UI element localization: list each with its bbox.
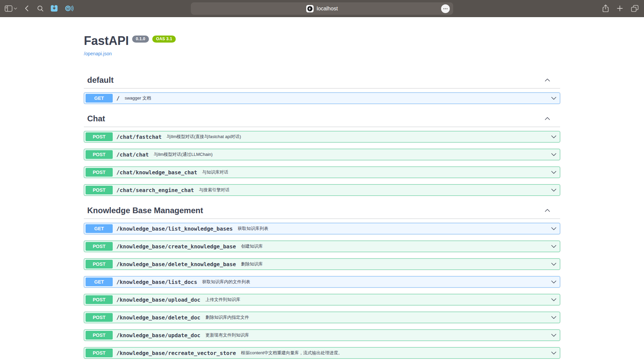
operation-path: /knowledge_base/upload_doc: [116, 297, 200, 303]
opblock-row[interactable]: POST/chat/knowledge_base_chat与知识库对话: [84, 167, 560, 178]
collapse-section-chevron-up-icon[interactable]: [545, 209, 550, 212]
page-settings-ellipsis-button[interactable]: [441, 4, 450, 13]
expand-operation-chevron-down-icon[interactable]: [551, 97, 556, 100]
star-broadcast-extension-icon[interactable]: [65, 5, 73, 12]
swagger-page: FastAPI 0.1.0 OAS 3.1 /openapi.json defa…: [0, 17, 644, 362]
operation-path: /chat/search_engine_chat: [116, 187, 194, 193]
swagger-wrapper: FastAPI 0.1.0 OAS 3.1 /openapi.json defa…: [77, 17, 567, 359]
toolbar-left-group: [5, 0, 73, 17]
operation-description: 根据content中文档重建向量库，流式输出处理进度。: [241, 350, 342, 356]
api-tag-section: Chat POST/chat/fastchat与llm模型对话(直接与fastc…: [84, 110, 560, 196]
method-badge: POST: [86, 260, 113, 268]
method-badge: POST: [86, 186, 113, 194]
operation-description: 与知识库对话: [202, 169, 228, 175]
operation-description: swagger 文档: [125, 95, 151, 101]
method-badge: POST: [86, 331, 113, 340]
operation-path: /knowledge_base/update_doc: [116, 332, 200, 339]
operation-path: /knowledge_base/list_knowledge_bases: [116, 226, 233, 232]
sidebar-chevron-down-icon[interactable]: [14, 7, 17, 10]
collapse-section-chevron-up-icon[interactable]: [545, 78, 550, 81]
method-badge: POST: [86, 295, 113, 304]
operations-list: GET/swagger 文档: [84, 88, 560, 104]
method-badge: POST: [86, 132, 113, 141]
operation-path: /knowledge_base/create_knowledge_base: [116, 243, 236, 250]
api-info-block: FastAPI 0.1.0 OAS 3.1 /openapi.json: [84, 17, 560, 57]
operation-description: 与llm模型对话(通过LLMChain): [154, 152, 213, 158]
operation-path: /knowledge_base/list_docs: [116, 279, 197, 285]
collapse-section-chevron-up-icon[interactable]: [545, 117, 550, 120]
expand-operation-chevron-down-icon[interactable]: [551, 298, 556, 301]
method-badge: POST: [86, 168, 113, 177]
opblock-row[interactable]: GET/knowledge_base/list_knowledge_bases获…: [84, 223, 560, 234]
expand-operation-chevron-down-icon[interactable]: [551, 352, 556, 355]
api-tag-section: default GET/swagger 文档: [84, 72, 560, 104]
api-sections: default GET/swagger 文档 Chat POST/chat/fa…: [84, 72, 560, 359]
operation-description: 更新现有文件到知识库: [205, 332, 249, 338]
method-badge: GET: [86, 94, 113, 103]
expand-operation-chevron-down-icon[interactable]: [551, 135, 556, 138]
browser-window: localhost: [0, 0, 644, 362]
tag-header[interactable]: default: [84, 72, 560, 88]
opblock-row[interactable]: POST/chat/chat与llm模型对话(通过LLMChain): [84, 149, 560, 160]
tag-title: default: [87, 75, 114, 85]
opblock-row[interactable]: POST/knowledge_base/recreate_vector_stor…: [84, 347, 560, 359]
back-icon[interactable]: [25, 5, 29, 11]
address-bar[interactable]: localhost: [191, 2, 453, 15]
operations-list: GET/knowledge_base/list_knowledge_bases获…: [84, 219, 560, 359]
tag-header[interactable]: Chat: [84, 110, 560, 127]
method-badge: POST: [86, 242, 113, 251]
operations-list: POST/chat/fastchat与llm模型对话(直接与fastchat a…: [84, 127, 560, 196]
openapi-spec-link[interactable]: /openapi.json: [84, 51, 112, 57]
operation-path: /knowledge_base/delete_doc: [116, 314, 200, 321]
method-badge: POST: [86, 150, 113, 159]
opblock-row[interactable]: GET/knowledge_base/list_docs获取知识库内的文件列表: [84, 276, 560, 288]
method-badge: POST: [86, 349, 113, 357]
operation-description: 与llm模型对话(直接与fastchat api对话): [167, 134, 241, 140]
operation-path: /: [116, 95, 120, 102]
share-icon[interactable]: [602, 4, 609, 12]
operation-description: 删除知识库内指定文件: [205, 314, 249, 320]
opblock-row[interactable]: POST/knowledge_base/delete_doc删除知识库内指定文件: [84, 312, 560, 323]
api-title: FastAPI: [84, 34, 129, 48]
expand-operation-chevron-down-icon[interactable]: [551, 153, 556, 156]
new-tab-plus-icon[interactable]: [617, 5, 623, 11]
operation-path: /knowledge_base/delete_knowledge_base: [116, 261, 236, 267]
opblock-row[interactable]: GET/swagger 文档: [84, 93, 560, 104]
version-badge: 0.1.0: [132, 36, 149, 43]
operation-description: 删除知识库: [241, 261, 263, 267]
expand-operation-chevron-down-icon[interactable]: [551, 316, 556, 319]
api-title-row: FastAPI 0.1.0 OAS 3.1: [84, 34, 560, 48]
expand-operation-chevron-down-icon[interactable]: [551, 281, 556, 284]
expand-operation-chevron-down-icon[interactable]: [551, 334, 556, 337]
operation-description: 获取知识库内的文件列表: [202, 279, 250, 285]
opblock-row[interactable]: POST/knowledge_base/update_doc更新现有文件到知识库: [84, 329, 560, 341]
expand-operation-chevron-down-icon[interactable]: [551, 263, 556, 266]
operation-description: 与搜索引擎对话: [199, 187, 229, 193]
url-text: localhost: [317, 6, 338, 11]
operation-description: 创建知识库: [241, 243, 263, 249]
sidebar-toggle-icon[interactable]: [5, 5, 12, 12]
fastapi-favicon-icon: [306, 5, 314, 12]
opblock-row[interactable]: POST/knowledge_base/delete_knowledge_bas…: [84, 258, 560, 270]
api-tag-section: Knowledge Base Management GET/knowledge_…: [84, 202, 560, 359]
browser-toolbar: localhost: [0, 0, 644, 17]
toolbar-right-group: [602, 0, 639, 17]
opblock-row[interactable]: POST/knowledge_base/create_knowledge_bas…: [84, 241, 560, 252]
expand-operation-chevron-down-icon[interactable]: [551, 245, 556, 248]
bookmark-download-extension-icon[interactable]: [50, 5, 58, 12]
expand-operation-chevron-down-icon[interactable]: [551, 171, 556, 174]
opblock-row[interactable]: POST/chat/search_engine_chat与搜索引擎对话: [84, 184, 560, 196]
expand-operation-chevron-down-icon[interactable]: [551, 189, 556, 192]
operation-path: /chat/knowledge_base_chat: [116, 169, 197, 176]
oas-badge: OAS 3.1: [152, 36, 176, 43]
operation-description: 获取知识库列表: [238, 226, 268, 232]
opblock-row[interactable]: POST/chat/fastchat与llm模型对话(直接与fastchat a…: [84, 131, 560, 142]
operation-description: 上传文件到知识库: [205, 297, 240, 303]
method-badge: GET: [86, 278, 113, 286]
operation-path: /chat/fastchat: [116, 134, 162, 140]
opblock-row[interactable]: POST/knowledge_base/upload_doc上传文件到知识库: [84, 294, 560, 305]
search-icon[interactable]: [37, 5, 44, 12]
tab-overview-icon[interactable]: [631, 5, 639, 12]
tag-header[interactable]: Knowledge Base Management: [84, 202, 560, 219]
expand-operation-chevron-down-icon[interactable]: [551, 227, 556, 230]
